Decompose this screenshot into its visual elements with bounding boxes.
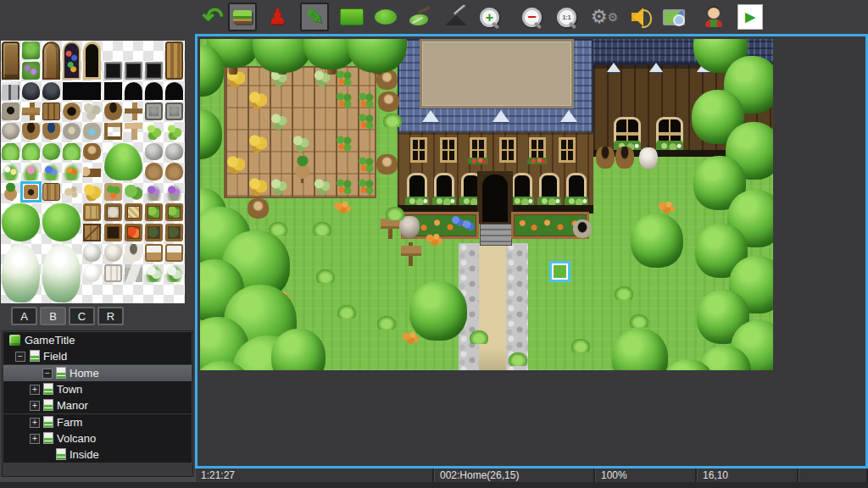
palette-tile-tree-stump[interactable] (83, 143, 101, 161)
tileset-palette[interactable] (1, 41, 185, 303)
palette-tile-snowy-bush[interactable] (165, 264, 183, 282)
palette-tile-blue-flowers[interactable] (42, 163, 60, 180)
palette-tile-crate-greens[interactable] (145, 203, 163, 221)
palette-tile-dirt-mound[interactable] (145, 163, 163, 180)
palette-tile-dark-arch[interactable] (125, 82, 142, 100)
tree-row-manor[interactable]: +Manor (3, 397, 192, 413)
tree-row-volcano[interactable]: +Volcano (3, 430, 192, 446)
palette-tile-awning[interactable] (165, 42, 183, 80)
gears-button[interactable]: ⚙⚙ (590, 3, 619, 31)
palette-tile-stone-basin[interactable] (63, 123, 81, 141)
palette-tile-big-tree[interactable] (42, 203, 81, 241)
palette-tile-round-well[interactable] (63, 103, 81, 120)
palette-tile-small-window[interactable] (125, 62, 142, 80)
tree-row-field[interactable]: −Field (3, 348, 192, 364)
palette-tile-grass-tuft[interactable] (63, 143, 81, 161)
palette-tile-white-pot[interactable] (104, 244, 122, 262)
palette-tile-white-crate[interactable] (104, 264, 122, 282)
palette-tile-wooden-door[interactable] (2, 42, 19, 80)
expander-icon[interactable]: − (42, 369, 53, 379)
expander-icon[interactable]: + (30, 434, 40, 444)
event-button[interactable]: ♟ (263, 3, 292, 31)
palette-tile-grass-tuft[interactable] (22, 143, 40, 161)
palette-tile-leaf-pile[interactable] (42, 143, 60, 161)
palette-tile-well-frame[interactable] (104, 123, 122, 141)
palette-tile-purple-flowers[interactable] (165, 183, 183, 201)
palette-tile-carrot-crop[interactable] (104, 183, 122, 201)
palette-tile-wooden-sign[interactable] (22, 103, 40, 120)
tree-row-farm[interactable]: +Farm (3, 414, 192, 430)
palette-tile-pebbles[interactable] (63, 183, 81, 201)
palette-tile-dark-opening[interactable] (63, 82, 101, 100)
palette-tile-crate-tomatoes[interactable] (125, 224, 142, 241)
palette-tile-easel[interactable] (125, 264, 142, 282)
zoomout-button[interactable]: − (517, 3, 546, 31)
fill-button[interactable] (406, 3, 435, 31)
palette-tile-rock[interactable] (165, 143, 183, 161)
palette-tile-small-window[interactable] (104, 62, 122, 80)
palette-tile-water-bucket[interactable] (42, 123, 60, 141)
palette-tile-dirt-mound[interactable] (165, 163, 183, 180)
palette-tile-white-flowers[interactable] (2, 163, 19, 180)
palette-tile-dark-arch[interactable] (145, 82, 163, 100)
palette-tile-conifer-tree[interactable] (104, 143, 142, 181)
chara-button[interactable] (699, 3, 728, 31)
palette-tile-dark-opening[interactable] (104, 82, 122, 100)
map-view[interactable] (200, 39, 773, 370)
palette-tile-big-tree[interactable] (2, 203, 40, 241)
ellipse-button[interactable] (371, 3, 400, 31)
palette-tile-stove[interactable] (42, 82, 60, 100)
palette-tile-stone-well[interactable] (2, 103, 19, 120)
zoomin-button[interactable]: + (475, 3, 504, 31)
audio-button[interactable] (628, 3, 657, 31)
palette-tile-arched-window[interactable] (83, 42, 101, 80)
palette-tile-crate-vegetables[interactable] (165, 224, 183, 241)
tileset-tab-C[interactable]: C (69, 307, 95, 325)
palette-tile-pink-flower[interactable] (22, 163, 40, 180)
palette-tile-snow-tree[interactable] (42, 244, 81, 302)
expander-icon[interactable]: + (30, 418, 40, 428)
palette-tile-stepping-stones[interactable] (83, 103, 101, 120)
palette-tile-grass-tuft[interactable] (2, 143, 19, 161)
map-canvas[interactable] (195, 34, 868, 469)
palette-tile-yellow-bush[interactable] (83, 183, 101, 201)
palette-tile-wood-pile[interactable] (42, 183, 60, 201)
play-button[interactable]: ▶ (736, 3, 765, 31)
palette-tile-post[interactable] (125, 123, 142, 141)
palette-tile-purple-flowers[interactable] (145, 183, 163, 201)
palette-tile-crate-greens[interactable] (165, 203, 183, 221)
one2one-button[interactable]: 1:1 (552, 3, 581, 31)
palette-tile-crate-vegetables[interactable] (145, 224, 163, 241)
expander-icon[interactable]: + (30, 385, 40, 395)
tileset-tab-A[interactable]: A (11, 307, 37, 325)
tree-row-home[interactable]: −Home (3, 365, 192, 381)
expander-icon[interactable]: − (15, 352, 25, 362)
tileset-tab-R[interactable]: R (97, 307, 124, 325)
undo-button[interactable]: ↶ (198, 3, 227, 31)
palette-tile-window-purple-flowers[interactable] (22, 62, 40, 80)
palette-tile-snowball[interactable] (83, 264, 101, 282)
shadow-button[interactable] (442, 3, 471, 31)
palette-tile-dark-arch[interactable] (165, 82, 183, 100)
palette-tile-orange-flowers[interactable] (63, 163, 81, 180)
palette-tile-snowy-crate[interactable] (165, 244, 183, 262)
palette-tile-stone-shrine[interactable] (165, 103, 183, 120)
palette-tile-stained-glass-window[interactable] (63, 42, 81, 80)
palette-tile-white-bucket[interactable] (125, 244, 142, 262)
find-button[interactable] (659, 3, 688, 31)
tileset-tab-B[interactable]: B (40, 307, 66, 325)
palette-tile-crate-hay[interactable] (125, 203, 142, 221)
palette-tile-rock[interactable] (145, 143, 163, 161)
palette-tile-sprouts[interactable] (145, 123, 163, 141)
palette-tile-barrel[interactable] (104, 103, 122, 120)
palette-tile-snowy-bush[interactable] (145, 264, 163, 282)
palette-tile-empty-crate[interactable] (104, 224, 122, 241)
palette-tile-snowy-crate[interactable] (145, 244, 163, 262)
tree-row-inside[interactable]: Inside (3, 446, 192, 463)
palette-tile-sprouts[interactable] (165, 123, 183, 141)
palette-tile-small-window[interactable] (145, 62, 163, 80)
palette-tile-window-greenery[interactable] (22, 42, 40, 59)
palette-tile-scarecrow[interactable] (2, 183, 19, 201)
palette-tile-wooden-cross[interactable] (125, 103, 142, 120)
palette-tile-spring[interactable] (83, 123, 101, 141)
